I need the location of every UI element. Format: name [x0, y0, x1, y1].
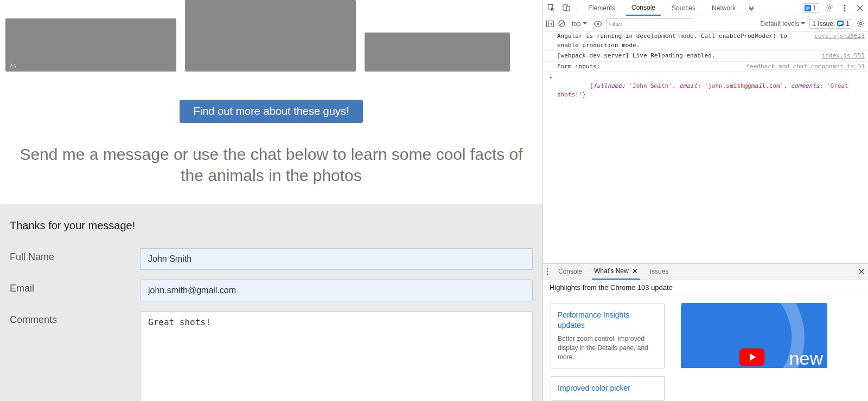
gallery-image-3: [365, 33, 510, 72]
email-label: Email: [10, 280, 140, 294]
devtools-main-tabs: Elements Console Sources Network 1: [543, 0, 868, 16]
chevron-down-icon: [801, 22, 805, 25]
svg-point-5: [844, 4, 846, 6]
fullname-field: Full Name: [10, 248, 533, 270]
tab-sources[interactable]: Sources: [666, 0, 701, 16]
issue-label: 1 Issue:: [812, 20, 835, 28]
divider: [577, 3, 577, 13]
issue-count: 1: [846, 20, 850, 28]
issues-badge[interactable]: 1 Issue: 1: [809, 19, 852, 29]
image-gallery: [0, 0, 542, 72]
console-filter-input[interactable]: [607, 18, 693, 29]
svg-line-11: [560, 22, 564, 26]
whats-new-card[interactable]: Improved color picker: [551, 376, 665, 401]
thanks-message: Thanks for your message!: [10, 219, 533, 232]
settings-gear-icon[interactable]: [825, 3, 834, 13]
svg-point-6: [844, 7, 846, 9]
console-log-area: Angular is running in development mode. …: [543, 31, 868, 108]
close-tab-icon[interactable]: ✕: [632, 267, 638, 275]
comments-textarea[interactable]: [140, 311, 533, 401]
tab-elements[interactable]: Elements: [583, 0, 621, 16]
context-label: top: [572, 20, 581, 28]
find-out-more-button[interactable]: Find out more about these guys!: [180, 100, 363, 123]
devtools-panel: Elements Console Sources Network 1 to: [542, 0, 868, 401]
devtools-drawer: Console What's New ✕ Issues ✕ Highlights…: [543, 263, 868, 401]
drawer-tab-issues[interactable]: Issues: [648, 264, 671, 280]
svg-point-12: [597, 23, 599, 25]
card-desc: Better zoom control, improved display in…: [558, 334, 658, 361]
close-devtools-icon[interactable]: [855, 3, 865, 13]
drawer-tab-console[interactable]: Console: [556, 264, 584, 280]
card-title: Performance Insights updates: [558, 310, 658, 331]
feedback-form-panel: Thanks for your message! Full Name Email…: [0, 204, 542, 401]
section-heading: Send me a message or use the chat below …: [10, 144, 533, 186]
log-row: Angular is running in development mode. …: [543, 31, 868, 51]
tab-network[interactable]: Network: [706, 0, 741, 16]
drawer-tab-whats-new[interactable]: What's New ✕: [592, 264, 640, 280]
email-field: Email: [10, 280, 533, 301]
log-source-link[interactable]: index.js:551: [818, 51, 865, 61]
gallery-image-2: [185, 0, 356, 72]
video-overlay-text: new: [789, 348, 823, 368]
drawer-tabs: Console What's New ✕ Issues ✕: [543, 264, 868, 280]
errors-badge[interactable]: 1: [802, 3, 819, 13]
more-tabs-icon[interactable]: [746, 3, 756, 13]
log-message: [webpack-dev-server] Live Reloading enab…: [557, 51, 818, 61]
context-selector[interactable]: top: [570, 20, 589, 28]
svg-point-16: [547, 271, 548, 273]
email-input[interactable]: [140, 280, 533, 301]
log-row: Form inputs: feedback-and-chat.component…: [543, 62, 868, 73]
svg-point-4: [828, 7, 831, 9]
comments-field: Comments: [10, 311, 533, 401]
console-toolbar: top Default levels 1 Issue: 1: [543, 16, 868, 31]
kebab-menu-icon[interactable]: [840, 3, 850, 13]
web-page: Find out more about these guys! Send me …: [0, 0, 542, 401]
whats-new-video[interactable]: new: [681, 303, 827, 368]
card-column: Performance Insights updates Better zoom…: [551, 303, 665, 401]
fullname-label: Full Name: [10, 248, 140, 263]
log-message: Form inputs:: [557, 62, 742, 72]
comments-label: Comments: [10, 311, 140, 326]
console-sidebar-toggle-icon[interactable]: [546, 21, 554, 27]
log-source-link[interactable]: core.mjs:25623: [810, 32, 865, 50]
drawer-body: Performance Insights updates Better zoom…: [543, 295, 868, 401]
log-object-row[interactable]: ▸ {fullname: 'John Smith', email: 'john.…: [543, 72, 868, 108]
drawer-kebab-icon[interactable]: [546, 268, 548, 275]
svg-point-14: [859, 22, 861, 24]
drawer-close-icon[interactable]: ✕: [858, 267, 865, 277]
inspect-icon[interactable]: [546, 3, 556, 13]
console-settings-gear-icon[interactable]: [857, 20, 865, 28]
caret-right-icon[interactable]: ▸: [550, 73, 553, 82]
clear-console-icon[interactable]: [558, 20, 565, 27]
card-title: Improved color picker: [558, 383, 658, 394]
chevron-down-icon: [583, 22, 587, 25]
drawer-headline: Highlights from the Chrome 103 update: [543, 280, 868, 295]
log-levels-selector[interactable]: Default levels: [760, 20, 805, 28]
log-row: [webpack-dev-server] Live Reloading enab…: [543, 51, 868, 62]
chat-icon: [837, 21, 844, 27]
whats-new-card[interactable]: Performance Insights updates Better zoom…: [551, 303, 665, 369]
log-object: {fullname: 'John Smith', email: 'john.sm…: [557, 73, 865, 108]
device-toggle-icon[interactable]: [561, 3, 571, 13]
console-blank-area: [543, 108, 868, 263]
log-levels-label: Default levels: [760, 20, 799, 28]
svg-point-17: [547, 274, 548, 275]
tab-console[interactable]: Console: [626, 0, 661, 16]
play-button-icon[interactable]: [739, 348, 764, 366]
eye-icon[interactable]: [593, 21, 602, 27]
errors-count: 1: [813, 4, 816, 12]
log-source-link[interactable]: feedback-and-chat.component.ts:31: [742, 62, 865, 72]
svg-point-7: [844, 10, 846, 11]
fullname-input[interactable]: [140, 248, 533, 270]
gallery-image-1: [5, 18, 176, 72]
svg-rect-2: [566, 7, 570, 11]
svg-point-15: [547, 268, 548, 270]
drawer-tab-label: What's New: [594, 267, 629, 275]
log-message: Angular is running in development mode. …: [557, 32, 810, 50]
